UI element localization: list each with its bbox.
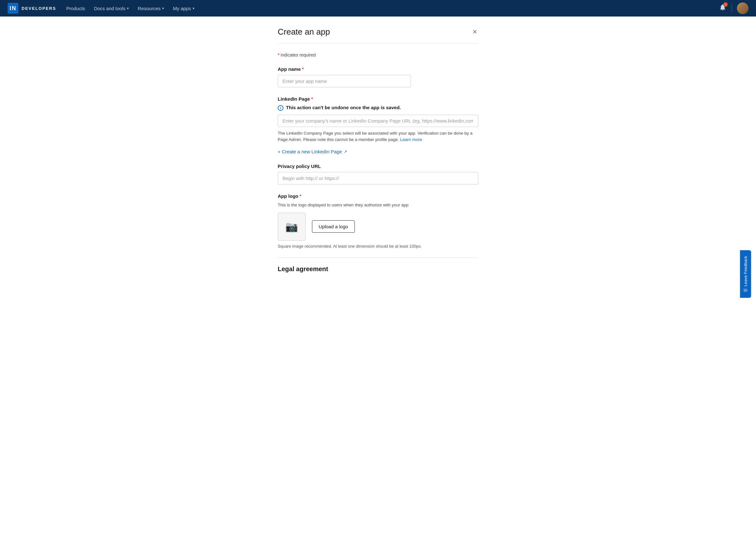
nav-right: 1: [719, 3, 748, 14]
external-link-icon: ↗: [344, 149, 347, 154]
user-avatar[interactable]: [737, 3, 748, 14]
close-button[interactable]: ×: [471, 27, 478, 37]
logo-note: Square image recommended. At least one d…: [278, 244, 478, 248]
page-title: Create an app: [278, 27, 330, 37]
app-name-input[interactable]: [278, 75, 411, 87]
camera-icon: 📷: [285, 221, 298, 233]
nav-my-apps[interactable]: My apps ▾: [173, 6, 195, 11]
logo-upload-area: 📷 Upload a logo: [278, 213, 478, 241]
privacy-policy-section: Privacy policy URL: [278, 163, 478, 184]
notification-button[interactable]: 1: [719, 3, 726, 13]
feedback-icon: ☰: [743, 288, 748, 292]
navbar: in DEVELOPERS Products Docs and tools ▾ …: [0, 0, 756, 16]
warning-text: This action can't be undone once the app…: [286, 105, 401, 110]
section-divider: [278, 257, 478, 258]
linkedin-page-label: LinkedIn Page *: [278, 96, 478, 102]
app-name-label: App name *: [278, 66, 478, 72]
required-star: *: [278, 52, 279, 57]
linkedin-page-helper: The LinkedIn Company Page you select wil…: [278, 130, 478, 143]
brand-name: DEVELOPERS: [22, 6, 56, 11]
app-logo-label: App logo *: [278, 193, 478, 199]
avatar-image: [737, 3, 748, 14]
info-icon: i: [278, 105, 283, 111]
nav-resources[interactable]: Resources ▾: [138, 6, 164, 11]
page-header: Create an app ×: [278, 27, 478, 43]
app-logo-description: This is the logo displayed to users when…: [278, 202, 478, 208]
feedback-tab[interactable]: ☰ Leave Feedback: [740, 250, 751, 298]
chevron-down-icon: ▾: [162, 6, 164, 10]
required-note: * indicates required: [278, 52, 478, 57]
privacy-policy-input[interactable]: [278, 172, 478, 184]
required-note-text: indicates required: [281, 52, 316, 57]
app-name-section: App name *: [278, 66, 478, 87]
privacy-policy-label: Privacy policy URL: [278, 163, 478, 169]
app-logo-section: App logo * This is the logo displayed to…: [278, 193, 478, 248]
nav-docs-tools[interactable]: Docs and tools ▾: [94, 6, 129, 11]
notification-badge: 1: [723, 2, 728, 7]
logo-preview: 📷: [278, 213, 306, 241]
app-name-required-star: *: [302, 67, 304, 71]
legal-heading: Legal agreement: [278, 265, 478, 273]
linkedin-page-input[interactable]: [278, 115, 478, 127]
chevron-down-icon: ▾: [193, 6, 195, 10]
learn-more-link[interactable]: Learn more: [400, 137, 422, 142]
linkedin-page-section: LinkedIn Page * i This action can't be u…: [278, 96, 478, 155]
nav-links: Products Docs and tools ▾ Resources ▾ My…: [66, 6, 709, 11]
brand-logo[interactable]: in DEVELOPERS: [8, 3, 56, 14]
linkedin-logo-icon: in: [8, 3, 18, 14]
nav-divider: [732, 4, 732, 13]
linkedin-page-required-star: *: [311, 96, 313, 101]
nav-products[interactable]: Products: [66, 6, 85, 11]
page-container: Create an app × * indicates required App…: [270, 16, 486, 307]
create-linkedin-page-link[interactable]: + Create a new LinkedIn Page ↗: [278, 149, 347, 154]
linkedin-page-warning: i This action can't be undone once the a…: [278, 105, 478, 111]
chevron-down-icon: ▾: [127, 6, 129, 10]
feedback-label: Leave Feedback: [743, 256, 748, 287]
legal-section: Legal agreement: [278, 265, 478, 273]
app-logo-required-star: *: [300, 194, 301, 198]
upload-logo-button[interactable]: Upload a logo: [312, 220, 355, 233]
